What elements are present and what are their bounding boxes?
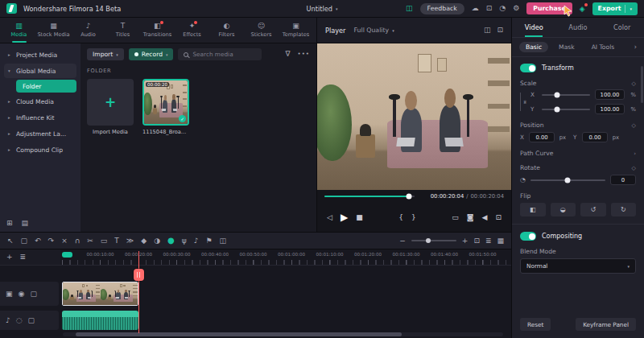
delete-icon[interactable]: × xyxy=(61,237,68,245)
zoom-knob[interactable] xyxy=(426,238,431,243)
undo-icon[interactable]: ↶ xyxy=(35,237,41,245)
import-button[interactable]: Import ▾ xyxy=(87,48,124,60)
new-folder-icon[interactable]: ⊞ xyxy=(6,220,13,227)
hide-track-icon[interactable]: ◉ xyxy=(19,291,25,298)
range-marker[interactable] xyxy=(62,252,72,258)
zoom-in-icon[interactable]: + xyxy=(462,237,469,245)
crop-icon[interactable]: ▭ xyxy=(101,237,108,245)
keyframe-diamond-icon[interactable]: ◇ xyxy=(632,80,636,87)
flip-vertical-button[interactable]: ◒ xyxy=(551,203,576,216)
previous-frame-icon[interactable]: ◁ xyxy=(327,214,332,221)
tab-video[interactable]: Video xyxy=(512,18,556,37)
timeline-ruler[interactable]: 00:00:10:0000:00:20:0000:00:30:0000:00:4… xyxy=(60,249,511,266)
filter-icon[interactable]: ∇ xyxy=(286,51,291,58)
track-list-icon[interactable]: ≣ xyxy=(485,237,492,245)
scale-y-knob[interactable] xyxy=(555,106,560,112)
sidebar-item-influence-kit[interactable]: ▸Influence Kit xyxy=(4,110,76,125)
tab-media[interactable]: ▥Media xyxy=(2,18,36,43)
quality-dropdown[interactable]: Full Quality ▾ xyxy=(353,27,394,34)
sidebar-item-adjustment-la[interactable]: ▸Adjustment La... xyxy=(4,126,76,141)
import-media-box[interactable]: + xyxy=(87,79,134,126)
scrollbar-thumb[interactable] xyxy=(76,332,402,336)
select-tool-icon[interactable]: ↖ xyxy=(7,237,14,245)
folder-icon[interactable]: ▤ xyxy=(22,220,29,227)
timeline-video-clip[interactable] xyxy=(62,282,138,306)
mask-icon[interactable]: ◑ xyxy=(154,237,160,245)
rotate-ccw-button[interactable]: ↺ xyxy=(580,203,606,216)
export-chevron-icon[interactable]: ▾ xyxy=(630,6,632,11)
position-x-value[interactable] xyxy=(529,132,555,142)
seek-bar[interactable] xyxy=(324,196,415,197)
more-options-icon[interactable]: ••• xyxy=(298,52,310,57)
tab-audio[interactable]: Audio xyxy=(556,18,601,37)
track-grid-icon[interactable]: ▦ xyxy=(497,237,504,245)
project-name[interactable]: Untitled ▾ xyxy=(307,5,338,13)
manage-tracks-icon[interactable]: ≣ xyxy=(20,254,27,261)
chevron-right-icon[interactable]: › xyxy=(634,150,636,157)
sidebar-item-folder[interactable]: Folder xyxy=(16,80,76,93)
mic-icon[interactable]: ψ xyxy=(182,237,187,245)
rotate-slider[interactable] xyxy=(530,179,605,181)
reset-button[interactable]: Reset xyxy=(520,318,551,331)
tab-templates[interactable]: ▣Templates xyxy=(279,18,313,43)
rotate-knob[interactable] xyxy=(565,177,571,183)
mute-track-icon[interactable]: ◌ xyxy=(16,317,23,324)
text-tool-icon[interactable]: T xyxy=(114,237,119,245)
tab-titles[interactable]: TTitles xyxy=(105,18,140,43)
chevron-right-icon[interactable]: › xyxy=(634,43,637,51)
sidebar-item-project-media[interactable]: ▸Project Media xyxy=(4,47,76,62)
seek-knob[interactable] xyxy=(407,194,412,200)
compositing-toggle[interactable] xyxy=(520,232,536,241)
scale-x-slider[interactable] xyxy=(542,94,590,96)
tab-filters[interactable]: ◐Filters xyxy=(209,18,244,43)
tab-stickers[interactable]: ☺Stickers xyxy=(244,18,279,43)
marker-icon[interactable]: ⚑ xyxy=(205,237,212,245)
import-media-tile[interactable]: + Import Media xyxy=(87,79,134,135)
play-button[interactable]: ▶ xyxy=(341,212,348,222)
rotate-cw-button[interactable]: ↻ xyxy=(611,203,637,216)
transform-toggle[interactable] xyxy=(520,64,536,72)
subtab-ai-tools[interactable]: AI Tools xyxy=(585,42,621,52)
volume-icon[interactable]: ◀ xyxy=(482,214,488,221)
path-curve-row[interactable]: Path Curve › xyxy=(520,150,636,157)
media-clip-tile[interactable]: 00:00:20 ✓ 1115048_Broadcast_M... xyxy=(142,79,189,135)
sidebar-item-global-media[interactable]: ▾Global Media xyxy=(4,64,76,78)
export-button[interactable]: Export ▾ xyxy=(592,2,638,15)
keyframe-diamond-icon[interactable]: ◇ xyxy=(632,165,636,171)
clip-thumbnail[interactable]: 00:00:20 ✓ xyxy=(142,79,189,126)
speed-icon[interactable]: ≫ xyxy=(126,237,134,245)
keyframe-diamond-icon[interactable]: ◇ xyxy=(632,122,636,129)
scale-y-slider[interactable] xyxy=(542,109,590,110)
keyframe-icon[interactable]: ◆ xyxy=(141,237,147,245)
scale-x-knob[interactable] xyxy=(555,92,560,97)
zoom-out-icon[interactable]: − xyxy=(399,237,406,245)
properties-scrollbar[interactable] xyxy=(641,66,643,103)
screen-split-icon[interactable]: ◫ xyxy=(220,237,227,245)
video-preview[interactable] xyxy=(317,43,511,190)
rotate-dial-icon[interactable]: ◔ xyxy=(520,176,526,183)
rotate-value[interactable] xyxy=(610,175,636,185)
tab-stock-media[interactable]: ▦Stock Media xyxy=(36,18,71,43)
fit-timeline-icon[interactable]: ⊡ xyxy=(473,237,480,245)
zoom-slider[interactable] xyxy=(411,240,456,241)
playhead-handle[interactable] xyxy=(134,269,144,281)
flip-horizontal-button[interactable]: ◧ xyxy=(520,203,546,216)
notifications-icon[interactable]: ◔ xyxy=(499,5,506,12)
lock-track-icon[interactable]: ▢ xyxy=(30,291,37,298)
sidebar-item-compound-clip[interactable]: ▸Compound Clip xyxy=(4,142,76,157)
pop-out-icon[interactable]: ⊡ xyxy=(497,27,503,34)
sidebar-item-cloud-media[interactable]: ▸Cloud Media xyxy=(4,94,76,109)
record-button[interactable]: Record ▾ xyxy=(129,48,174,60)
gift-icon[interactable]: ◈ xyxy=(580,5,585,13)
voiceover-icon[interactable]: ♪ xyxy=(194,237,199,245)
search-input[interactable] xyxy=(192,51,256,58)
subtab-basic[interactable]: Basic xyxy=(519,42,548,52)
link-scale-button[interactable]: ∞ xyxy=(520,93,529,111)
add-track-icon[interactable]: + xyxy=(6,254,13,261)
ai-portrait-icon[interactable]: ● xyxy=(167,237,175,245)
stop-button[interactable]: ■ xyxy=(356,214,363,221)
keyframe-panel-button[interactable]: Keyframe Panel xyxy=(576,318,636,331)
blend-mode-select[interactable]: Normal ▾ xyxy=(520,258,636,274)
tab-effects[interactable]: ✦Effects xyxy=(175,18,209,43)
mark-in-icon[interactable]: { xyxy=(398,214,403,221)
